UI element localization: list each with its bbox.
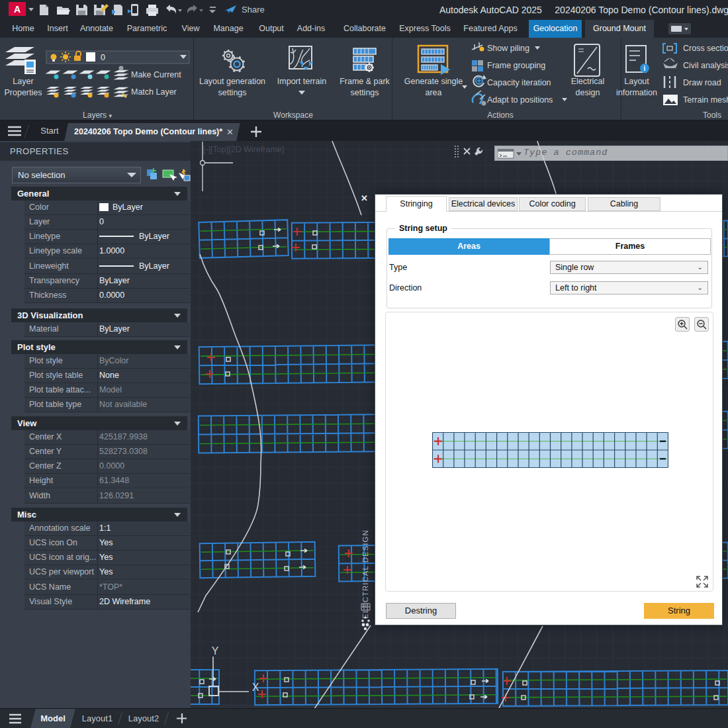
svg-text:0: 0 (101, 53, 105, 62)
svg-text:Adapt to positions: Adapt to positions (487, 95, 553, 105)
svg-text:Match Layer: Match Layer (131, 87, 177, 97)
svg-text:Layout: Layout (624, 77, 649, 86)
svg-text:Y: Y (212, 645, 219, 657)
svg-text:Electrical: Electrical (571, 77, 605, 86)
svg-text:information: information (616, 88, 657, 97)
svg-text:design: design (576, 88, 600, 97)
svg-text:Make Current: Make Current (131, 70, 181, 79)
svg-text:i: i (644, 65, 646, 72)
svg-text:A: A (14, 4, 21, 15)
svg-text:Draw road: Draw road (683, 78, 721, 87)
svg-text:Frame & park: Frame & park (340, 77, 390, 86)
svg-text:Terrain mesh: Terrain mesh (683, 95, 728, 105)
svg-text:Frame grouping: Frame grouping (487, 61, 545, 70)
svg-text:X: X (252, 682, 259, 693)
svg-text:Share: Share (242, 5, 265, 15)
svg-text:area: area (425, 88, 441, 97)
svg-text:Civil analysis: Civil analysis (683, 61, 728, 70)
svg-text:ELECTRICAL DESIGN: ELECTRICAL DESIGN (361, 529, 369, 619)
svg-text:settings: settings (218, 88, 246, 97)
svg-text:Properties: Properties (5, 88, 42, 97)
svg-text:Import terrain: Import terrain (277, 77, 326, 86)
svg-text:Generate single: Generate single (404, 77, 463, 86)
svg-text:Layer: Layer (13, 77, 33, 86)
svg-text:Cross section: Cross section (683, 44, 728, 53)
svg-text:[-][Top][2D Wireframe]: [-][Top][2D Wireframe] (203, 145, 284, 154)
svg-text:Capacity iteration: Capacity iteration (487, 78, 551, 87)
svg-text:settings: settings (350, 88, 379, 97)
svg-text:Layout generation: Layout generation (199, 77, 265, 86)
svg-text:Show piling: Show piling (487, 44, 529, 53)
